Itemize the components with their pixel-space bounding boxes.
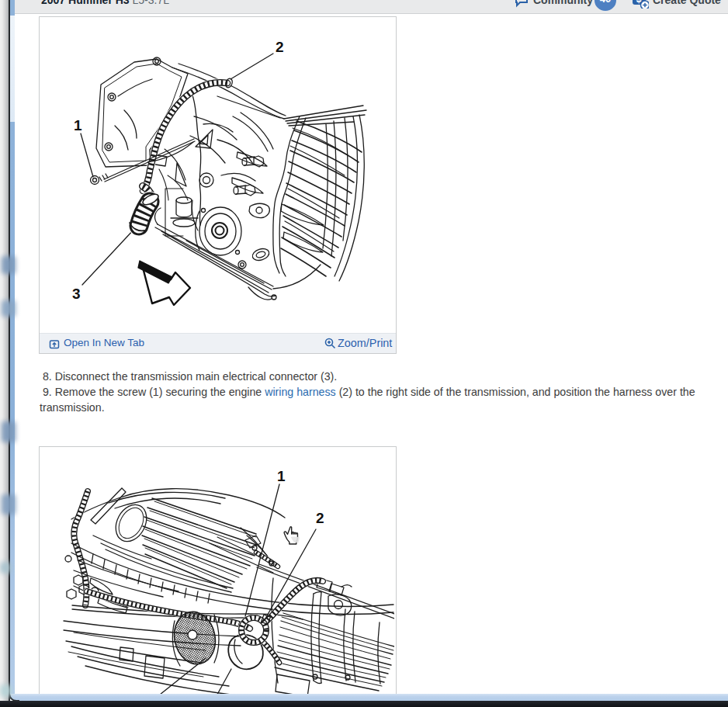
svg-text:1: 1: [74, 117, 82, 133]
svg-text:3: 3: [72, 286, 81, 302]
svg-text:2: 2: [276, 39, 284, 55]
svg-text:1: 1: [277, 468, 286, 484]
svg-text:2: 2: [316, 510, 324, 526]
